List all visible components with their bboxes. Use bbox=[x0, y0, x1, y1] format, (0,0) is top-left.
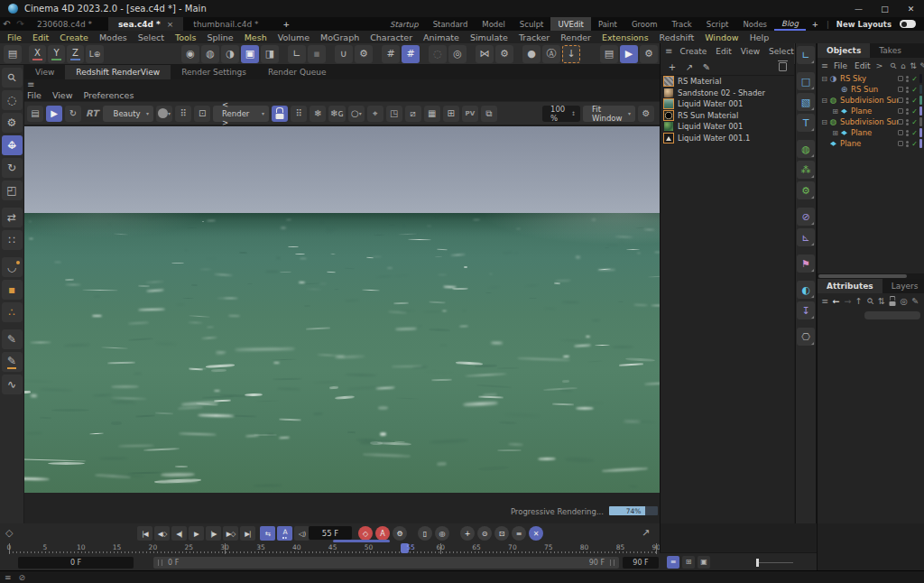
material-item[interactable]: Liquid Water 001 bbox=[661, 121, 794, 133]
status-menu-icon[interactable]: ≡ bbox=[5, 573, 12, 582]
material-item[interactable]: RS Sun Material bbox=[661, 110, 794, 122]
grid-view-button[interactable]: ⊞ bbox=[682, 556, 695, 569]
range-start-field[interactable]: 0 F bbox=[18, 557, 134, 569]
panel-tab[interactable]: Attributes bbox=[818, 279, 882, 293]
send-to-pv-button[interactable]: PV bbox=[462, 106, 478, 122]
layout-tab[interactable]: Paint bbox=[591, 17, 624, 31]
live-selection-icon[interactable]: ◌ bbox=[2, 90, 23, 110]
keyframe-mouse-button[interactable]: ▯ bbox=[418, 526, 432, 541]
menu-item[interactable]: File bbox=[2, 32, 27, 42]
menu-item[interactable]: Volume bbox=[273, 32, 315, 42]
model-mode-icon[interactable]: ▣ bbox=[241, 45, 259, 63]
object-row[interactable]: ⊟ ◍ Subdivision Surface bbox=[818, 116, 924, 127]
sphere-view-button[interactable]: ▣ bbox=[698, 556, 710, 569]
track-target-icon[interactable]: ◎ bbox=[899, 294, 910, 308]
promote-material-icon[interactable]: ↗ bbox=[682, 60, 697, 74]
new-layouts-label[interactable]: New Layouts bbox=[831, 20, 897, 29]
material-menu-item[interactable]: View bbox=[741, 47, 760, 56]
layout-tab[interactable]: Model bbox=[475, 17, 513, 31]
toolbar-icon[interactable] bbox=[515, 45, 521, 63]
bucket-grid-icon[interactable]: ⠿ bbox=[291, 106, 307, 122]
soft-selection-icon[interactable]: ◌ bbox=[429, 45, 447, 63]
find-tool-icon[interactable]: ⚲ bbox=[2, 68, 23, 88]
keyframe-icon[interactable]: ◇ bbox=[5, 527, 13, 539]
points-mode-icon[interactable]: ◉ bbox=[181, 45, 199, 63]
enabled-check-icon[interactable] bbox=[911, 97, 918, 105]
key-position-button[interactable]: + bbox=[460, 526, 475, 541]
record-keyframe-button[interactable]: ◇ bbox=[358, 526, 373, 541]
next-frame-button[interactable]: |▶ bbox=[206, 526, 221, 541]
edges-mode-icon[interactable]: ◍ bbox=[201, 45, 219, 63]
edit-render-icon[interactable]: ⎔ bbox=[797, 328, 815, 346]
viewport-tab[interactable]: Render Queue bbox=[257, 65, 337, 79]
realtime-label[interactable]: RT bbox=[84, 106, 100, 122]
material-tag[interactable] bbox=[919, 96, 922, 105]
simulate-sphere-icon[interactable]: ● bbox=[522, 45, 541, 63]
layout-toggle[interactable] bbox=[900, 20, 916, 28]
drop-to-floor-icon[interactable]: ↓ bbox=[562, 45, 580, 63]
material-tag[interactable] bbox=[919, 139, 922, 148]
text-spline-icon[interactable]: T bbox=[797, 114, 815, 132]
axis-mode-icon[interactable]: ∟ bbox=[288, 45, 306, 63]
key-rotation-button[interactable]: ⊙ bbox=[477, 526, 492, 541]
layer-toggle[interactable] bbox=[898, 119, 903, 125]
lock-icon[interactable] bbox=[887, 294, 899, 308]
list-view-button[interactable]: ≡ bbox=[667, 556, 679, 569]
generator-settings-icon[interactable]: ⚙ bbox=[797, 181, 815, 199]
mode-field[interactable] bbox=[864, 311, 920, 319]
material-item[interactable]: Liquid Water 001 bbox=[661, 98, 794, 110]
menu-item[interactable]: Window bbox=[699, 32, 744, 42]
denoise-icon[interactable]: ⧄ bbox=[405, 106, 421, 122]
render-settings-button[interactable]: ⚙ bbox=[640, 45, 658, 63]
layout-tab[interactable]: Standard bbox=[426, 17, 476, 31]
preview-size-slider[interactable] bbox=[756, 562, 793, 563]
eyedropper-icon[interactable]: ✎ bbox=[699, 60, 714, 74]
visibility-dots[interactable] bbox=[906, 76, 909, 82]
add-document-button[interactable]: + bbox=[275, 20, 299, 29]
array-generator-icon[interactable]: ⁂ bbox=[797, 161, 815, 179]
layout-tab[interactable]: Groom bbox=[624, 17, 665, 31]
visibility-dots[interactable] bbox=[906, 97, 909, 104]
expand-icon[interactable]: ⊟ bbox=[820, 75, 828, 83]
trash-icon[interactable] bbox=[779, 62, 787, 71]
keyframe-settings-button[interactable]: ⚙ bbox=[393, 526, 407, 541]
polygons-mode-icon[interactable]: ◑ bbox=[221, 45, 239, 63]
sculpt-square-icon[interactable]: ▪ bbox=[2, 280, 23, 300]
expand-icon[interactable]: ⊟ bbox=[820, 97, 828, 105]
enabled-check-icon[interactable] bbox=[911, 86, 918, 94]
menu-overflow-icon[interactable]: > bbox=[875, 60, 882, 70]
status-ok-icon[interactable]: ⊘ bbox=[19, 573, 26, 582]
menu-item[interactable]: Help bbox=[744, 32, 775, 42]
visibility-dots[interactable] bbox=[906, 87, 909, 93]
rv-settings-icon[interactable]: ⚙ bbox=[638, 106, 654, 122]
camera-dropdown[interactable]: < Render > ▾ bbox=[213, 106, 269, 122]
visibility-dots[interactable] bbox=[906, 108, 909, 115]
home-icon[interactable]: ⌂ bbox=[898, 61, 908, 70]
material-tag[interactable] bbox=[919, 117, 922, 126]
material-item[interactable]: Liquid Water 001.1 bbox=[661, 133, 794, 144]
expand-icon[interactable]: ⊟ bbox=[820, 118, 828, 126]
maximize-button[interactable]: □ bbox=[872, 0, 898, 17]
object-row[interactable]: ⊛ RS Sun bbox=[818, 84, 924, 95]
current-frame-field[interactable]: 55 F bbox=[309, 526, 352, 540]
next-key-button[interactable]: ▶◇ bbox=[223, 526, 238, 541]
freeze-geometry-button[interactable]: ❄ɢ bbox=[328, 106, 346, 122]
add-snapshot-icon[interactable]: ⊞ bbox=[443, 106, 459, 122]
toolbar-icon[interactable] bbox=[281, 45, 286, 63]
axis-lock-button[interactable]: Y bbox=[48, 45, 65, 63]
fit-dropdown[interactable]: Fit Window ▾ bbox=[583, 106, 635, 122]
render-image[interactable] bbox=[24, 126, 660, 493]
object-row[interactable]: ⊞ ◆ Plane bbox=[818, 106, 924, 116]
render-region-icon[interactable]: ◳ bbox=[386, 106, 402, 122]
scale-tool-icon[interactable]: ◰ bbox=[2, 180, 23, 200]
visibility-dots[interactable] bbox=[906, 130, 909, 136]
renderview-menu-item[interactable]: View bbox=[52, 90, 80, 100]
key-pla-button[interactable]: ✕ bbox=[529, 526, 543, 541]
enabled-check-icon[interactable] bbox=[911, 107, 918, 116]
rectangle-spline-icon[interactable]: □ bbox=[797, 72, 815, 90]
parent-object-icon[interactable]: ↑ bbox=[854, 294, 865, 308]
freeze-button[interactable]: ❄ bbox=[310, 106, 326, 122]
panel-tab[interactable]: Objects bbox=[818, 43, 870, 58]
enabled-check-icon[interactable] bbox=[911, 140, 918, 148]
transform-tool-icon[interactable]: ⇄ bbox=[2, 208, 23, 227]
